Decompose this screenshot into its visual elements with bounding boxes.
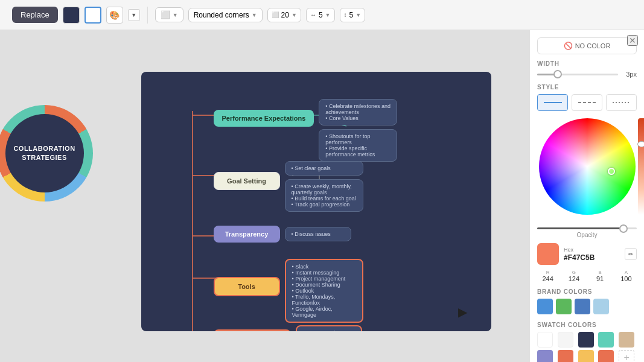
swatch-orange[interactable]	[558, 350, 573, 362]
rgba-row: R 244 G 124 B 91 A 100	[537, 270, 637, 282]
no-color-button[interactable]: 🚫 NO COLOR	[537, 37, 637, 54]
width-label: WIDTH	[537, 60, 637, 67]
opacity-slider[interactable]	[537, 227, 637, 229]
list-item: Outlook	[292, 288, 356, 294]
stroke-color-swatch[interactable]	[84, 7, 101, 24]
main-area: COLLABORATION STRATEGIES	[0, 30, 644, 362]
hex-label: Hex	[564, 247, 620, 253]
fill-color-swatch[interactable]	[63, 7, 80, 24]
tools-node[interactable]: Tools	[214, 277, 280, 296]
swatch-grid: +	[537, 332, 637, 362]
v-spacing-input[interactable]: ↕ 5 ▼	[340, 8, 366, 22]
swatch-orange2[interactable]	[598, 350, 614, 362]
width-input[interactable]: ⬜ 20 ▼	[267, 8, 301, 22]
hex-preview[interactable]	[537, 243, 559, 265]
hex-section: Hex #F47C5B ✏	[537, 243, 637, 265]
swatch-navy[interactable]	[578, 332, 594, 348]
list-item: Stay on topic	[303, 330, 355, 331]
list-item: Document Sharing	[292, 282, 356, 288]
hex-value: #F47C5B	[564, 253, 620, 262]
brand-swatch-4[interactable]	[593, 299, 609, 314]
hex-edit-button[interactable]: ✏	[625, 248, 637, 260]
g-value: 124	[563, 275, 584, 282]
mindmap-container[interactable]: Performance Expectations Celebrate miles…	[141, 72, 491, 331]
perf-node[interactable]: Performance Expectations	[214, 110, 314, 127]
width-control: 3px	[537, 71, 637, 78]
panel-close-button[interactable]: ✕	[627, 35, 638, 46]
style-options	[537, 94, 637, 111]
style-solid[interactable]	[537, 94, 568, 111]
swatch-colors-label: SWATCH COLORS	[537, 322, 637, 328]
swatch-purple[interactable]	[537, 350, 553, 362]
swatch-teal[interactable]	[598, 332, 614, 348]
corners-select[interactable]: Rounded corners ▼	[188, 8, 263, 22]
trans-sub1[interactable]: Discuss issues	[285, 227, 351, 241]
center-circle[interactable]: COLLABORATION STRATEGIES	[0, 105, 93, 202]
style-dotted[interactable]	[606, 94, 637, 111]
b-value: 91	[590, 275, 611, 282]
swatch-yellow[interactable]	[578, 350, 594, 362]
list-item: Shoutouts for top performers	[325, 133, 391, 145]
goal-sub1[interactable]: Set clear goals	[285, 161, 363, 176]
tools-row: Tools Slack Instant messaging Project ma…	[214, 259, 363, 323]
canvas[interactable]: COLLABORATION STRATEGIES	[0, 30, 529, 362]
saturation-marker	[637, 141, 645, 147]
toolbar: Replace 🎨 ▼ ⬜ ▼ Rounded corners ▼ ⬜ 20 ▼…	[0, 0, 644, 30]
width-slider[interactable]	[537, 74, 618, 75]
h-spacing-value: 5	[319, 11, 323, 19]
style-label: STYLE	[537, 84, 637, 91]
brand-swatch-1[interactable]	[537, 299, 553, 314]
swatch-add-button[interactable]: +	[619, 350, 634, 362]
list-item: Instant messaging	[292, 270, 356, 276]
list-item: Trello, Mondays, Functionfox	[292, 294, 356, 306]
color-wheel[interactable]	[539, 118, 636, 215]
goal-sub2[interactable]: Create weekly, monthly, quarterly goals …	[285, 179, 363, 212]
v-spacing-value: 5	[349, 11, 354, 19]
list-item: Discuss issues	[292, 231, 345, 237]
list-item: Slack	[292, 264, 356, 270]
perf-row: Performance Expectations Celebrate miles…	[214, 99, 398, 162]
meet-sub1[interactable]: Stay on topic Start on time Create Agend…	[296, 325, 362, 331]
list-item: Project management	[292, 276, 356, 282]
perf-sub1[interactable]: Celebrate milestones and achievements Co…	[319, 99, 397, 125]
rgba-g: G 124	[563, 270, 584, 282]
h-spacing-input[interactable]: ↔ 5 ▼	[306, 8, 335, 22]
center-text: COLLABORATION STRATEGIES	[13, 144, 75, 163]
brand-swatch-3[interactable]	[575, 299, 590, 314]
goal-row: Goal Setting Set clear goals Create week…	[214, 161, 363, 212]
perf-label: Performance Expectations	[222, 115, 306, 122]
tools-sub1[interactable]: Slack Instant messaging Project manageme…	[285, 259, 363, 323]
brand-colors-label: Brand Colors	[537, 288, 637, 295]
tools-label: Tools	[238, 283, 255, 290]
brand-swatch-2[interactable]	[556, 299, 572, 314]
style-dashed[interactable]	[572, 94, 602, 111]
swatch-tan[interactable]	[619, 332, 634, 348]
opacity-label: Opacity	[537, 232, 637, 238]
saturation-strip[interactable]	[638, 118, 645, 215]
paint-bucket-button[interactable]: 🎨	[106, 7, 123, 24]
goal-node[interactable]: Goal Setting	[214, 172, 280, 190]
no-color-label: NO COLOR	[575, 42, 611, 49]
r-value: 244	[537, 275, 558, 282]
width-value-display: 3px	[622, 71, 637, 78]
list-item: Create weekly, monthly, quarterly goals	[292, 183, 357, 195]
rgba-r: R 244	[537, 270, 558, 282]
swatch-white[interactable]	[537, 332, 553, 348]
brand-colors	[537, 299, 637, 314]
trans-node[interactable]: Transparency	[214, 226, 280, 243]
a-value: 100	[616, 275, 637, 282]
replace-button[interactable]: Replace	[12, 7, 58, 23]
goal-label: Goal Setting	[227, 177, 266, 185]
rgba-a: A 100	[616, 270, 637, 282]
list-item: Track goal progression	[292, 202, 357, 208]
swatch-lightgray[interactable]	[558, 332, 573, 348]
trans-row: Transparency Discuss issues	[214, 226, 351, 243]
list-item: Provide specific performance metrics	[325, 145, 391, 157]
shape-select[interactable]: ⬜ ▼	[155, 7, 183, 22]
list-item: Google, Airdoc, Venngage	[292, 306, 356, 318]
trans-label: Transparency	[225, 230, 269, 238]
perf-sub2[interactable]: Shoutouts for top performers Provide spe…	[319, 129, 397, 162]
dropdown-arrow[interactable]: ▼	[128, 9, 140, 21]
meet-node[interactable]: Effective Meetings	[214, 329, 292, 331]
list-item: Core Values	[325, 115, 391, 121]
